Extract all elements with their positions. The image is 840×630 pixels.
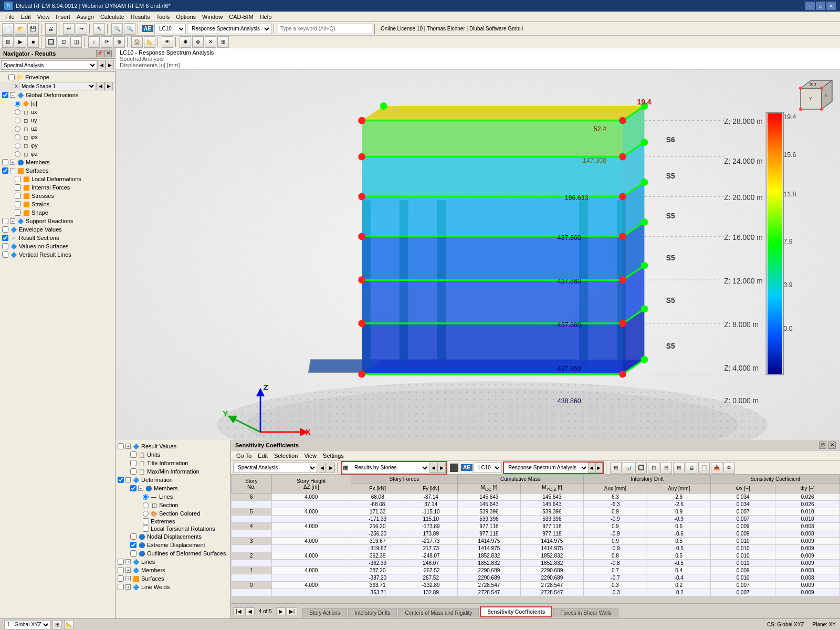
open-button[interactable]: 📂 <box>15 23 26 35</box>
results-next[interactable]: ▶ <box>437 463 446 473</box>
menu-insert[interactable]: Insert <box>52 13 74 20</box>
search-input[interactable] <box>278 24 372 34</box>
result-vals-checkbox[interactable] <box>118 443 124 449</box>
bottom-tree-result-vals[interactable]: + 🔷 Result Values <box>116 442 230 450</box>
sens-tb7[interactable]: 🖨 <box>686 462 697 474</box>
nav-prev-btn[interactable]: ◀ <box>245 607 255 615</box>
tb2-btn12[interactable]: 👁 <box>162 36 173 48</box>
sens-menu-goto[interactable]: Go To <box>233 452 255 459</box>
sens-tb8[interactable]: 📋 <box>698 462 710 474</box>
surfaces-top-checkbox[interactable] <box>118 575 124 582</box>
tree-members[interactable]: + 🔵 Members <box>0 158 115 166</box>
tb2-btn8[interactable]: ⟳ <box>101 36 112 48</box>
tree-result-sections[interactable]: ✓ Result Sections <box>0 234 115 242</box>
menu-calculate[interactable]: Calculate <box>97 13 128 20</box>
bottom-analysis-combo[interactable]: Response Spectrum Analysis <box>504 463 588 473</box>
table-row[interactable]: -171.33115.10539.396539.396-0.9-0.90.007… <box>232 516 840 523</box>
result-vals-toggle[interactable]: + <box>125 444 131 449</box>
table-row[interactable]: -362.39248.071852.8321852.832-0.8-0.50.0… <box>232 560 840 567</box>
tree-support[interactable]: + 🔷 Support Reactions <box>0 217 115 225</box>
close-button[interactable]: ✕ <box>826 2 836 10</box>
nav-pin[interactable]: 📌 <box>96 50 103 57</box>
zoom-out[interactable]: 🔍 <box>124 23 135 35</box>
sens-tb5[interactable]: ⊟ <box>660 462 672 474</box>
section-radio[interactable] <box>143 502 149 508</box>
menu-window[interactable]: Window <box>199 13 226 20</box>
sens-close[interactable]: ✕ <box>828 442 836 449</box>
print-button[interactable]: 🖨 <box>45 23 57 35</box>
members-top-toggle[interactable]: + <box>125 568 131 573</box>
deformation-toggle[interactable]: − <box>125 477 131 482</box>
global-def-checkbox[interactable] <box>2 92 8 98</box>
table-row[interactable]: -256.20173.89977.118977.118-0.9-0.60.009… <box>232 530 840 538</box>
nav-first[interactable]: |◀ <box>233 607 244 615</box>
tb2-btn4[interactable]: 🔲 <box>45 36 57 48</box>
uz-radio[interactable] <box>15 126 20 132</box>
nav-next[interactable]: ▶ <box>106 60 114 70</box>
extremes-checkbox[interactable] <box>143 518 149 524</box>
bottom-tree-nodal[interactable]: 🔵 Nodal Displacements <box>116 532 230 541</box>
tab-interstory-drifts[interactable]: Interstory Drifts <box>348 608 397 617</box>
lc-combo[interactable]: LC10 <box>154 24 186 34</box>
local-deform-checkbox[interactable] <box>15 176 21 182</box>
new-button[interactable]: 📄 <box>2 23 14 35</box>
phix-radio[interactable] <box>15 134 20 140</box>
bottom-tree-maxmin-info[interactable]: 📋 Max/Min Information <box>116 467 230 476</box>
select-button[interactable]: ↖ <box>93 23 105 35</box>
bottom-analysis-prev[interactable]: ◀ <box>588 463 595 473</box>
linewelds-checkbox[interactable] <box>118 584 124 590</box>
tb2-btn9[interactable]: ⊕ <box>113 36 125 48</box>
tb2-btn3[interactable]: ■ <box>27 36 39 48</box>
tb2-btn6[interactable]: ◫ <box>70 36 82 48</box>
mode-next[interactable]: ▶ <box>104 82 113 90</box>
tree-stresses[interactable]: 🟧 Stresses <box>0 192 115 200</box>
members-checkbox[interactable] <box>2 159 8 165</box>
bottom-tree-title-info[interactable]: 📋 Title Information <box>116 459 230 467</box>
phiz-radio[interactable] <box>15 151 20 157</box>
sens-tb4[interactable]: ⊡ <box>648 462 659 474</box>
tb2-btn16[interactable]: ⊞ <box>217 36 229 48</box>
bottom-tree-deformation[interactable]: − 🔷 Deformation <box>116 476 230 484</box>
sens-tb2[interactable]: 📊 <box>623 462 634 474</box>
bottom-tree-section-colored[interactable]: 🎨 Section Colored <box>116 509 230 518</box>
tree-u-abs[interactable]: 🔶 |u| <box>0 99 115 108</box>
tree-uz[interactable]: ◻ uz <box>0 124 115 133</box>
spectral-next[interactable]: ▶ <box>327 463 335 473</box>
maxmin-info-checkbox[interactable] <box>130 468 136 475</box>
nodal-checkbox[interactable] <box>130 533 136 540</box>
zoom-in[interactable]: 🔍 <box>111 23 123 35</box>
nav-close[interactable]: ✕ <box>104 50 112 57</box>
section-colored-radio[interactable] <box>143 511 149 517</box>
bottom-tree-section[interactable]: ◫ Section <box>116 501 230 509</box>
results-prev[interactable]: ◀ <box>429 463 437 473</box>
table-row[interactable]: 64.00068.08-37.14145.643145.6436.32.60.0… <box>232 494 840 501</box>
global-xyz-combo[interactable]: 1 - Global XYZ <box>4 620 50 629</box>
envelope-vals-checkbox[interactable] <box>2 226 8 233</box>
members-b-checkbox[interactable] <box>130 485 136 491</box>
tb2-btn14[interactable]: ⊗ <box>192 36 204 48</box>
vert-lines-checkbox[interactable] <box>2 251 8 258</box>
nav-next-btn[interactable]: ▶ <box>276 607 286 615</box>
minimize-button[interactable]: ─ <box>805 2 815 10</box>
bottom-tree-surfaces-top[interactable]: + 🟧 Surfaces <box>116 574 230 583</box>
save-button[interactable]: 💾 <box>27 23 39 35</box>
extreme-disp-checkbox[interactable] <box>130 542 136 548</box>
tb2-btn11[interactable]: 📐 <box>144 36 155 48</box>
table-row[interactable]: -319.67217.731414.9751414.975-0.9-0.50.0… <box>232 545 840 552</box>
bottom-tree-lines-top[interactable]: + 🔷 Lines <box>116 558 230 566</box>
bottom-lc-combo[interactable]: LC10 <box>474 463 502 473</box>
tab-story-actions[interactable]: Story Actions <box>302 608 346 617</box>
tree-uy[interactable]: ◻ uy <box>0 116 115 124</box>
viewport-3d[interactable]: 19.4 52.4 147.300 196.633 437.860 437.86… <box>116 70 840 440</box>
ux-radio[interactable] <box>15 109 20 115</box>
bottom-tree-extreme-disp[interactable]: 🔵 Extreme Displacement <box>116 541 230 549</box>
surfaces-top-toggle[interactable]: + <box>125 576 131 581</box>
lines-top-toggle[interactable]: + <box>125 559 131 564</box>
lines-radio[interactable] <box>143 494 149 500</box>
tree-mode-shape[interactable]: X Mode Shape 1 ◀ ▶ <box>0 81 115 91</box>
phiy-radio[interactable] <box>15 143 20 149</box>
tb2-btn5[interactable]: ⊡ <box>58 36 69 48</box>
menu-view[interactable]: View <box>34 13 53 20</box>
menu-options[interactable]: Options <box>173 13 199 20</box>
sens-tb6[interactable]: ⊞ <box>673 462 685 474</box>
